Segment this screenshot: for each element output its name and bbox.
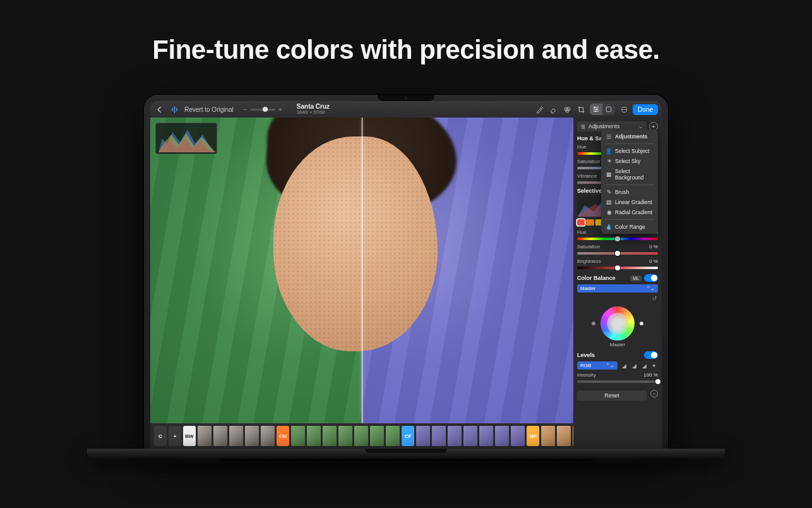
menu-brush[interactable]: ✎Brush <box>601 187 658 197</box>
reset-button[interactable]: Reset <box>577 390 647 401</box>
preset-thumbnail[interactable] <box>198 426 212 446</box>
image-canvas[interactable] <box>150 118 573 423</box>
preset-cn-tag[interactable]: CN <box>277 426 289 446</box>
preset-thumbnail[interactable] <box>229 426 243 446</box>
preset-bw-tag[interactable]: BW <box>183 426 196 446</box>
laptop-frame: Revert to Original − + Santa Cruz 3840 ×… <box>144 95 668 459</box>
preset-thumbnail[interactable] <box>463 426 477 446</box>
color-balance-toggle[interactable] <box>644 274 658 282</box>
preset-thumbnail[interactable] <box>354 426 368 446</box>
back-button[interactable] <box>154 104 164 114</box>
more-options-icon[interactable] <box>619 104 629 114</box>
preset-thumbnail[interactable] <box>261 426 275 446</box>
menu-radial-gradient[interactable]: ◉Radial Gradient <box>601 207 658 217</box>
eyedropper-gray-icon[interactable]: ◢ <box>630 362 638 370</box>
done-button[interactable]: Done <box>633 104 658 115</box>
auto-levels-icon[interactable]: ✦ <box>650 362 658 370</box>
histogram-overlay[interactable] <box>155 123 217 154</box>
preset-thumbnail[interactable] <box>448 426 462 446</box>
preset-thumbnail[interactable] <box>416 426 430 446</box>
sliders-icon <box>580 124 586 130</box>
color-wheel[interactable] <box>600 306 635 341</box>
chevron-down-icon: ⌄ <box>638 123 643 130</box>
preset-thumbnail[interactable] <box>245 426 259 446</box>
hue-label: Hue <box>577 144 587 150</box>
preset-thumbnail[interactable] <box>370 426 384 446</box>
menu-select-subject[interactable]: 👤Select Subject <box>601 146 658 156</box>
revert-to-original[interactable]: Revert to Original <box>184 106 234 113</box>
preset-thumbnail[interactable] <box>557 426 571 446</box>
sc-hue-slider[interactable] <box>577 238 658 240</box>
svg-point-3 <box>594 107 595 108</box>
sky-icon: ☀ <box>606 159 612 164</box>
sc-brightness-label: Brightness <box>577 258 601 264</box>
svg-point-12 <box>583 126 584 126</box>
person-icon: 👤 <box>606 148 612 154</box>
compare-icon[interactable] <box>169 104 179 114</box>
preset-thumbnail[interactable] <box>541 426 555 446</box>
preset-filmstrip[interactable]: C + BW CN CF <box>150 423 573 449</box>
preset-cf-tag[interactable]: CF <box>402 426 414 446</box>
crop-icon[interactable] <box>576 104 586 114</box>
remove-adjustment-button[interactable]: − <box>650 390 658 397</box>
ml-badge[interactable]: ML <box>630 275 642 281</box>
preset-thumbnail[interactable] <box>213 426 227 446</box>
preset-thumbnail[interactable] <box>338 426 352 446</box>
intensity-slider[interactable] <box>577 380 658 383</box>
app-screen: Revert to Original − + Santa Cruz 3840 ×… <box>150 101 662 449</box>
levels-channel-select[interactable]: RGB⌃⌄ <box>577 361 618 370</box>
preset-add-button[interactable]: + <box>169 426 181 446</box>
levels-toggle[interactable] <box>644 351 658 359</box>
color-wheel-handle[interactable] <box>614 320 621 327</box>
color-balance-range-select[interactable]: Master⌃⌄ <box>577 284 658 293</box>
sc-hue-label: Hue <box>577 229 587 235</box>
filters-icon[interactable] <box>562 104 572 114</box>
document-title-block: Santa Cruz 3840 × 5760 <box>297 103 330 116</box>
preset-thumbnail[interactable] <box>386 426 400 446</box>
color-swatch[interactable] <box>586 219 594 226</box>
eyedropper-black-icon[interactable]: ◢ <box>620 362 628 370</box>
preset-mf-tag[interactable]: MF <box>527 426 539 446</box>
sc-saturation-slider[interactable] <box>577 252 658 255</box>
toolbar: Revert to Original − + Santa Cruz 3840 ×… <box>150 101 662 118</box>
svg-point-8 <box>622 109 623 109</box>
preset-thumbnail[interactable] <box>307 426 321 446</box>
wheel-light-point[interactable] <box>640 322 643 325</box>
wheel-dark-point[interactable] <box>592 322 595 325</box>
svg-rect-6 <box>606 107 611 112</box>
compare-slider-handle[interactable] <box>362 118 362 423</box>
preset-thumbnail[interactable] <box>432 426 446 446</box>
preset-thumbnail[interactable] <box>291 426 305 446</box>
svg-point-13 <box>582 128 583 128</box>
menu-linear-gradient[interactable]: ▤Linear Gradient <box>601 197 658 207</box>
preset-thumbnail[interactable] <box>511 426 525 446</box>
menu-color-range[interactable]: 💧Color Range <box>601 222 658 232</box>
adjustments-panel-toggle[interactable] <box>590 104 602 115</box>
menu-select-background[interactable]: ▦Select Background <box>601 166 658 183</box>
sliders-icon <box>606 134 612 140</box>
zoom-out-button[interactable]: − <box>242 106 248 113</box>
eraser-icon[interactable] <box>548 104 558 114</box>
document-dimensions: 3840 × 5760 <box>297 110 330 116</box>
background-icon: ▦ <box>606 172 612 178</box>
color-wheel-reset-icon[interactable]: ↺ <box>652 295 658 301</box>
zoom-slider[interactable]: − + <box>242 106 283 113</box>
adjustments-dropdown-menu: Adjustments 👤Select Subject ☀Select Sky … <box>601 130 658 234</box>
svg-point-10 <box>624 109 625 109</box>
sc-saturation-label: Saturation <box>577 244 600 250</box>
preset-thumbnail[interactable] <box>479 426 493 446</box>
preset-thumbnail[interactable] <box>495 426 509 446</box>
color-wheel-label: Master <box>577 342 658 348</box>
zoom-in-button[interactable]: + <box>278 106 283 113</box>
preset-thumbnail[interactable] <box>323 426 337 446</box>
menu-select-sky[interactable]: ☀Select Sky <box>601 156 658 166</box>
svg-point-9 <box>623 109 624 109</box>
magic-wand-icon[interactable] <box>534 104 544 114</box>
marketing-headline: Fine-tune colors with precision and ease… <box>0 0 812 65</box>
info-panel-toggle[interactable] <box>602 104 615 115</box>
sc-brightness-slider[interactable] <box>577 267 658 269</box>
preset-custom-tag[interactable]: C <box>154 426 167 446</box>
eyedropper-white-icon[interactable]: ◢ <box>640 362 648 370</box>
color-swatch[interactable] <box>577 219 585 226</box>
intensity-value: 100 % <box>643 372 658 378</box>
